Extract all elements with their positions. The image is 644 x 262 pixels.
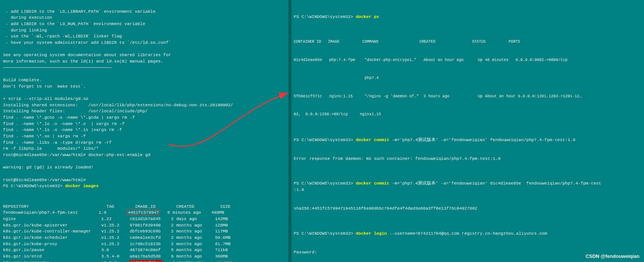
docker-images-section: REPOSITORY TAG IMAGE_ID CREATED SIZE fen…: [3, 204, 285, 262]
docker-images-cmd: docker images: [65, 183, 99, 188]
right-terminal: PS C:\WINDOWS\system32> docker ps CONTAI…: [291, 0, 644, 262]
coredns-size: 48.8MB: [217, 260, 232, 262]
highlighted-image-id: 4451fc579947: [127, 210, 160, 215]
commit-cmd-2: PS C:\WINDOWS\system32> docker commit -m…: [294, 180, 642, 193]
left-terminal: - add LIBDIR to the `LD_LIBRARY_PATH` en…: [0, 0, 288, 262]
ps-cmd-line: PS C:\WINDOWS\system32> docker ps: [294, 14, 642, 20]
docker-login-cmd: docker login: [356, 231, 387, 236]
docker-ps-cmd: docker ps: [356, 14, 379, 19]
docker-images-rows: fendouweiqian/php7.4-fpm-test 1.0 4451fc…: [3, 210, 285, 262]
ps-row-2b: 02, 0.0.0:1200->80/tcp nginx1.15: [294, 112, 642, 117]
table-row: k8s.gcr.io/kube-apiserver v1.25.2 97801f…: [3, 222, 285, 229]
ps-row-1b: php7.4: [294, 75, 642, 81]
ps-row-1: 01c4dleae05e php:7.4-fpm "docker-php-ent…: [294, 57, 642, 63]
sha-line: sha256:4451fc5799471945116f6a909bbc764df…: [294, 205, 642, 212]
table-row: nginx 1.22 c913d1b7a845 2 days ago 142MB: [3, 216, 285, 222]
error-response-line: Error response from daemon: No such cont…: [294, 156, 642, 162]
coredns-size-badge: 5185b96f0bec: [130, 260, 162, 262]
table-row: k8s.gcr.io/kube-controller-manager v1.25…: [3, 228, 285, 235]
left-terminal-content: - add LIBDIR to the `LD_LIBRARY_PATH` en…: [3, 2, 285, 202]
commit-highlight-2: docker commit: [356, 181, 390, 186]
left-line-1: - add LIBDIR to the `LD_LIBRARY_PATH` en…: [3, 9, 233, 189]
docker-images-header: REPOSITORY TAG IMAGE_ID CREATED SIZE: [3, 204, 285, 210]
commit-highlight-1: docker commit: [356, 137, 390, 142]
table-row: k8s.gcr.io/coredns v1.9.3 5185b96f0bec 6…: [3, 260, 285, 262]
watermark: CSDN @fendouweiqian: [586, 253, 640, 259]
table-row: k8s.gcr.io/kube-proxy v1.25.2 1c7d8c5182…: [3, 241, 285, 247]
table-row: k8s.gcr.io/kube-scheduler v1.25.2 ca0eal…: [3, 235, 285, 241]
ps-row-2: 5fb0e1cf571c nginx:1.15 "/nginx -g 'daem…: [294, 94, 642, 99]
table-row: k8s.gcr.io/pause 3.8 4873874c08ef 5 mont…: [3, 247, 285, 253]
table-row: fendouweiqian/php7.4-fpm-test 1.0 4451fc…: [3, 210, 285, 216]
right-terminal-content: PS C:\WINDOWS\system32> docker ps CONTAI…: [294, 1, 642, 262]
commit-cmd-1: PS C:\WINDOWS\system32> docker commit -m…: [294, 137, 642, 143]
table-row: k8s.gcr.io/etcd 3.5.4-0 a8a176a5d5d0 6 m…: [3, 253, 285, 260]
ps-header-line: CONTAINER ID IMAGE COMMAND CREATED STATU…: [294, 39, 642, 45]
panel-divider: [288, 0, 291, 262]
login-cmd: PS C:\WINDOWS\system32> docker login --u…: [294, 231, 642, 237]
